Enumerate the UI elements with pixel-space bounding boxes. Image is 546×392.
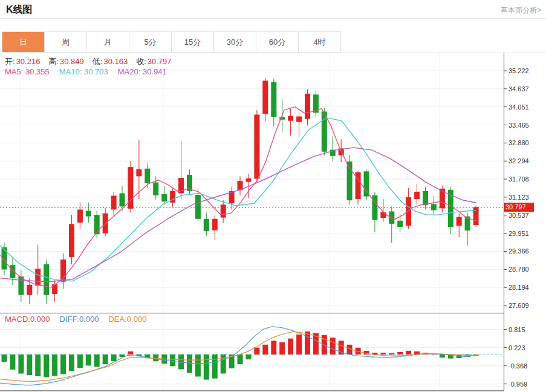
open-label: 开: xyxy=(5,57,15,66)
price-tick-0: 35.222 xyxy=(509,67,529,74)
macd-bar xyxy=(44,354,49,377)
macd-bar xyxy=(397,352,403,354)
candle xyxy=(153,183,158,195)
candle xyxy=(380,212,386,218)
macd-bar xyxy=(187,354,192,373)
macd-bar xyxy=(27,354,32,375)
price-tick-7: 31.123 xyxy=(509,194,529,201)
kline-chart-page: K线图 基本面分析> 日周月5分15分30分60分4时 35.22234.637… xyxy=(0,0,546,392)
candle xyxy=(86,211,91,217)
macd-bar xyxy=(288,339,293,354)
diff-value-legend: DIFF:0.000 xyxy=(59,315,99,324)
macd-bar xyxy=(60,354,66,374)
price-tick-9: 29.951 xyxy=(509,230,529,237)
candle xyxy=(195,195,201,219)
ma5-legend: MA5: 30.355 xyxy=(5,67,50,76)
candle xyxy=(204,219,209,231)
price-tick-8: 30.537 xyxy=(509,212,529,219)
macd-bar xyxy=(2,354,7,362)
macd-bar xyxy=(271,341,276,354)
candle xyxy=(136,169,141,177)
macd-legend: MACD:0.000DIFF:0.000DEA:0.000 xyxy=(5,315,146,324)
macd-bar xyxy=(204,354,209,380)
macd-bar xyxy=(103,354,108,364)
candle xyxy=(77,210,83,223)
macd-tick-2: -0.368 xyxy=(509,362,527,370)
macd-tick-1: 0.223 xyxy=(509,344,525,351)
macd-bar xyxy=(305,332,310,354)
macd-bar xyxy=(128,351,133,354)
price-tick-3: 33.465 xyxy=(509,122,529,129)
macd-value-legend: MACD:0.000 xyxy=(5,315,50,324)
macd-bar xyxy=(18,354,24,374)
price-tick-10: 29.366 xyxy=(509,247,529,255)
candle xyxy=(27,285,32,295)
candle xyxy=(94,215,100,234)
candle xyxy=(212,219,218,230)
close-label: 收: xyxy=(136,57,146,66)
macd-bar xyxy=(440,354,445,358)
price-tick-5: 32.294 xyxy=(509,157,529,165)
low-value: 30.163 xyxy=(103,57,128,66)
price-tick-2: 34.051 xyxy=(509,103,529,111)
candle xyxy=(145,169,150,183)
candle xyxy=(246,178,252,182)
candle xyxy=(254,115,259,179)
price-tick-1: 34.637 xyxy=(509,85,529,93)
candle xyxy=(457,217,462,226)
macd-bar xyxy=(178,354,184,369)
ma20-legend: MA20: 30.941 xyxy=(118,67,167,76)
candle xyxy=(221,204,226,217)
macd-bar xyxy=(35,354,41,376)
candle xyxy=(161,194,167,201)
price-tick-4: 32.880 xyxy=(509,139,529,146)
price-tick-13: 27.609 xyxy=(509,302,529,309)
candle xyxy=(364,171,369,196)
ma-legend: MA5: 30.355MA10: 30.703MA20: 30.941 xyxy=(5,67,167,76)
dea-value-legend: DEA:0.000 xyxy=(108,315,146,324)
price-tick-12: 28.194 xyxy=(509,284,529,291)
candle xyxy=(288,116,293,121)
macd-bar xyxy=(246,354,252,359)
candle xyxy=(406,197,411,226)
macd-bar xyxy=(238,354,243,364)
candle xyxy=(262,80,268,114)
ma10-legend: MA10: 30.703 xyxy=(59,67,108,76)
macd-bar xyxy=(406,351,411,354)
candle xyxy=(69,224,74,257)
low-label: 低: xyxy=(93,57,103,66)
macd-tick-0: 0.815 xyxy=(509,326,525,333)
macd-bar xyxy=(69,354,74,371)
price-tick-6: 31.708 xyxy=(509,175,529,183)
macd-bar xyxy=(212,354,218,379)
candle xyxy=(18,276,24,295)
macd-bar xyxy=(330,338,336,354)
candle xyxy=(271,82,276,117)
candle xyxy=(120,194,125,207)
macd-bar xyxy=(170,354,175,366)
price-tick-11: 28.780 xyxy=(509,266,529,273)
candle xyxy=(10,265,15,278)
current-price-badge: 30.797 xyxy=(504,203,534,212)
macd-bar xyxy=(195,354,201,377)
high-label: 高: xyxy=(48,57,59,66)
macd-bar xyxy=(380,353,386,354)
candle xyxy=(414,192,420,199)
macd-bar xyxy=(153,354,158,361)
macd-bar xyxy=(94,354,100,367)
close-value: 30.797 xyxy=(148,57,172,66)
candle xyxy=(423,191,428,205)
macd-bar xyxy=(296,335,302,354)
candle xyxy=(296,117,302,122)
macd-bar xyxy=(10,354,15,370)
macd-bar xyxy=(279,342,285,354)
macd-tick-3: -0.959 xyxy=(509,381,527,388)
macd-bar xyxy=(262,345,268,354)
macd-bar xyxy=(86,354,91,365)
macd-bar xyxy=(389,353,394,354)
macd-bar xyxy=(77,354,83,368)
open-value: 30.216 xyxy=(16,57,41,66)
candle xyxy=(35,269,41,286)
candle xyxy=(305,94,310,119)
candle xyxy=(397,221,403,227)
